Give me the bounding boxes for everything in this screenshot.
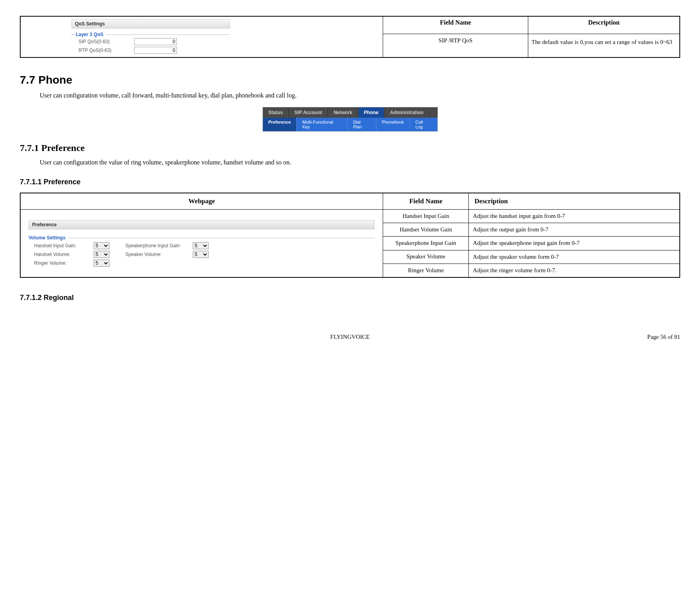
subtab-call-log[interactable]: Call Log [410,118,437,131]
sip-qos-label: SIP QoS(0-63) [79,39,134,44]
pref-row-desc: Adjust the output gain from 0-7 [469,223,680,237]
hig-select[interactable]: 5 [94,242,109,249]
volume-col-right: Speakerphone Input Gain: 5 Speaker Volum… [125,242,209,267]
ringer-volume-field: Ringer Volume: 5 [34,260,109,267]
pref-row-field: Speaker Volume [383,250,469,264]
volume-fields: Handset Input Gain: 5 Handset Volume: 5 … [29,242,375,267]
sv-label: Speaker Volume: [125,252,193,257]
sig-label: Speakerphone Input Gain: [125,243,193,248]
pref-row-field: Ringer Volume [383,264,469,277]
footer-center: FLYINGVOICE [330,334,370,340]
pref-th-desc: Description [469,193,680,210]
nav-tabs-screenshot: Status SIP Account Network Phone Adminis… [263,107,438,132]
hv-select[interactable]: 5 [94,251,109,258]
tabs-row-sub: Preference Multi-Functional Key Dial Pla… [263,118,437,131]
layer3-label: Layer 3 QoS [76,32,104,37]
sip-qos-row: SIP QoS(0-63) [71,37,230,46]
pref-webpage-cell: Preference Volume Settings Handset Input… [20,210,383,278]
rtp-qos-row: RTP QoS(0-63) [71,46,230,55]
qos-settings-panel: QoS Settings – Layer 3 QoS SIP QoS(0-63)… [71,19,230,55]
rtp-qos-input[interactable] [134,47,177,54]
volume-col-left: Handset Input Gain: 5 Handset Volume: 5 … [34,242,109,267]
tab-network[interactable]: Network [328,107,358,118]
pref-row-desc: Adjust the speakerphone input gain from … [469,237,680,250]
pref-row-desc: Adjust the speaker volume form 0-7 [469,250,680,264]
rv-select[interactable]: 5 [94,260,109,267]
preference-table: Webpage Field Name Description Preferenc… [20,193,680,278]
qos-row-desc: The default value is 0,you can set a ran… [528,34,680,57]
divider-line [106,34,230,35]
subtab-multi-key[interactable]: Multi-Functional Key [297,118,347,131]
body-7-7: User can configuration volume, call forw… [40,92,680,99]
rv-label: Ringer Volume: [34,260,94,266]
divider-line [68,238,375,238]
heading-7-7: 7.7 Phone [20,74,680,86]
hv-label: Handset Volume: [34,252,94,257]
heading-7-7-1-1: 7.7.1.1 Preference [20,178,680,186]
pref-row-desc: Adjust the handset input gain from 0-7 [469,210,680,223]
subtab-preference[interactable]: Preference [263,118,297,131]
heading-7-7-1: 7.7.1 Preference [20,143,680,153]
tab-administration[interactable]: Administration [384,107,430,118]
body-7-7-1: User can configuration the value of ring… [40,159,680,166]
tabs-row-main: Status SIP Account Network Phone Adminis… [263,107,437,118]
rtp-qos-label: RTP QoS(0-63) [79,48,134,53]
pref-th-web: Webpage [20,193,383,210]
tab-status[interactable]: Status [263,107,289,118]
handset-input-gain-field: Handset Input Gain: 5 [34,242,109,249]
handset-volume-field: Handset Volume: 5 [34,251,109,258]
pref-th-field: Field Name [383,193,469,210]
sv-select[interactable]: 5 [193,251,209,258]
subtab-dial-plan[interactable]: Dial Plan [347,118,376,131]
pref-row-field: Handset Input Gain [383,210,469,223]
qos-table: QoS Settings – Layer 3 QoS SIP QoS(0-63)… [20,16,680,58]
footer-page: Page 56 of 81 [647,334,680,340]
preference-panel: Preference Volume Settings Handset Input… [24,212,380,275]
pref-row-desc: Adjust the ringer volume form 0-7. [469,264,680,277]
qos-th-field: Field Name [383,16,528,34]
heading-7-7-1-2: 7.7.1.2 Regional [20,294,680,302]
sig-select[interactable]: 5 [193,242,209,249]
qos-th-desc: Description [528,16,680,34]
qos-webpage-cell: QoS Settings – Layer 3 QoS SIP QoS(0-63)… [20,16,383,57]
speaker-volume-field: Speaker Volume: 5 [125,251,209,258]
speakerphone-input-gain-field: Speakerphone Input Gain: 5 [125,242,209,249]
qos-panel-title: QoS Settings [71,19,230,29]
hig-label: Handset Input Gain: [34,243,94,248]
qos-row-field: SIP /RTP QoS [383,34,528,57]
pref-row-field: Handset Volume Gain [383,223,469,237]
collapse-dash-icon: – [71,32,74,37]
volume-settings-text: Volume Settings [29,235,65,241]
pref-panel-title: Preference [29,220,375,229]
subtab-phonebook[interactable]: Phonebook [376,118,410,131]
qos-fieldset-label: – Layer 3 QoS [71,32,230,37]
sip-qos-input[interactable] [134,38,177,45]
volume-settings-label: Volume Settings [29,235,375,241]
pref-row-field: Speakerphone Input Gain [383,237,469,250]
tab-phone[interactable]: Phone [359,107,385,118]
tab-sip-account[interactable]: SIP Account [289,107,328,118]
